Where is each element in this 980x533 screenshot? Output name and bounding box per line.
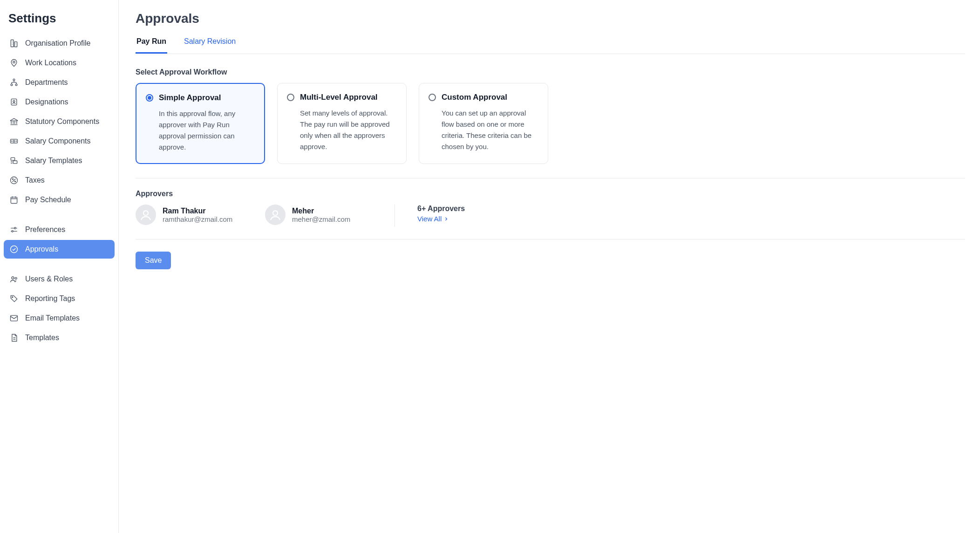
- workflow-option-title: Custom Approval: [442, 93, 507, 102]
- view-all-approvers-link[interactable]: View All: [417, 215, 465, 223]
- svg-point-23: [143, 211, 148, 215]
- tab-salary-revision[interactable]: Salary Revision: [183, 34, 237, 54]
- divider: [136, 178, 965, 178]
- svg-point-13: [13, 179, 14, 180]
- svg-point-9: [13, 140, 15, 142]
- sidebar-item-label: Users & Roles: [25, 275, 73, 283]
- sidebar-item-label: Reporting Tags: [25, 294, 75, 303]
- workflow-option-multi-level[interactable]: Multi-Level Approval Set many levels of …: [277, 83, 407, 164]
- chevron-right-icon: [443, 216, 449, 222]
- sidebar-item-label: Designations: [25, 98, 68, 106]
- sidebar-item-label: Organisation Profile: [25, 39, 91, 48]
- settings-sidebar: Settings Organisation Profile Work Locat…: [0, 0, 119, 533]
- sliders-icon: [9, 225, 19, 234]
- sidebar-item-users-roles[interactable]: Users & Roles: [4, 270, 115, 288]
- main-content: Approvals Pay Run Salary Revision Select…: [119, 0, 980, 533]
- sidebar-item-label: Pay Schedule: [25, 196, 71, 204]
- approvers-row: Ram Thakur ramthakur@zmail.com Meher meh…: [136, 205, 965, 227]
- sidebar-item-label: Preferences: [25, 226, 65, 234]
- svg-point-7: [13, 100, 15, 102]
- sidebar-item-label: Departments: [25, 78, 68, 87]
- workflow-section-label: Select Approval Workflow: [136, 68, 965, 76]
- tag-icon: [9, 294, 19, 303]
- svg-point-21: [12, 297, 13, 298]
- sidebar-item-departments[interactable]: Departments: [4, 73, 115, 92]
- tab-label: Pay Run: [136, 37, 166, 45]
- workflow-options: Simple Approval In this approval flow, a…: [136, 83, 965, 164]
- sidebar-item-label: Salary Templates: [25, 157, 82, 165]
- mail-icon: [9, 314, 19, 323]
- approver-name: Ram Thakur: [163, 207, 232, 215]
- tab-label: Salary Revision: [184, 37, 236, 45]
- calendar-icon: [9, 195, 19, 205]
- svg-point-19: [12, 277, 14, 279]
- page-title: Approvals: [136, 11, 965, 26]
- percent-circle-icon: [9, 176, 19, 185]
- org-tree-icon: [9, 78, 19, 87]
- vertical-divider: [395, 205, 395, 227]
- approvers-more-count: 6+ Approvers: [417, 205, 465, 213]
- svg-point-3: [13, 79, 15, 81]
- sidebar-item-email-templates[interactable]: Email Templates: [4, 309, 115, 328]
- building-icon: [9, 39, 19, 48]
- approver-name: Meher: [292, 207, 350, 215]
- sidebar-item-salary-templates[interactable]: Salary Templates: [4, 151, 115, 170]
- sidebar-item-label: Statutory Components: [25, 117, 99, 126]
- radio-icon: [429, 94, 436, 101]
- svg-point-4: [11, 84, 13, 86]
- svg-rect-15: [11, 197, 17, 203]
- svg-point-18: [11, 246, 18, 253]
- sidebar-item-label: Email Templates: [25, 314, 80, 322]
- svg-rect-1: [14, 42, 17, 47]
- sidebar-item-taxes[interactable]: Taxes: [4, 171, 115, 190]
- sidebar-item-salary-components[interactable]: Salary Components: [4, 132, 115, 150]
- svg-rect-0: [11, 40, 14, 47]
- sidebar-item-approvals[interactable]: Approvals: [4, 240, 115, 259]
- sidebar-item-statutory-components[interactable]: Statutory Components: [4, 112, 115, 131]
- sidebar-item-label: Work Locations: [25, 59, 76, 67]
- save-button[interactable]: Save: [136, 252, 171, 269]
- svg-rect-10: [11, 157, 14, 160]
- sidebar-item-organisation-profile[interactable]: Organisation Profile: [4, 34, 115, 53]
- avatar-icon: [136, 205, 156, 225]
- sidebar-item-work-locations[interactable]: Work Locations: [4, 54, 115, 72]
- sidebar-item-pay-schedule[interactable]: Pay Schedule: [4, 191, 115, 209]
- file-text-icon: [9, 333, 19, 342]
- approval-tabs: Pay Run Salary Revision: [136, 34, 965, 54]
- workflow-option-title: Multi-Level Approval: [300, 93, 378, 102]
- workflow-option-simple[interactable]: Simple Approval In this approval flow, a…: [136, 83, 265, 164]
- location-pin-icon: [9, 58, 19, 68]
- svg-point-24: [273, 211, 278, 215]
- approver-item: Meher meher@zmail.com: [265, 205, 372, 225]
- svg-point-14: [15, 181, 16, 182]
- users-icon: [9, 274, 19, 284]
- sidebar-item-label: Taxes: [25, 176, 45, 184]
- approver-email: ramthakur@zmail.com: [163, 215, 232, 223]
- sidebar-item-preferences[interactable]: Preferences: [4, 220, 115, 239]
- sidebar-item-templates[interactable]: Templates: [4, 328, 115, 347]
- sidebar-title: Settings: [4, 11, 115, 34]
- save-button-label: Save: [145, 256, 162, 264]
- workflow-option-desc: You can set up an approval flow based on…: [429, 108, 538, 152]
- id-badge-icon: [9, 97, 19, 107]
- view-all-label: View All: [417, 215, 442, 223]
- workflow-option-desc: In this approval flow, any approver with…: [146, 108, 255, 153]
- svg-rect-11: [13, 161, 17, 164]
- svg-point-2: [13, 61, 15, 63]
- sidebar-item-reporting-tags[interactable]: Reporting Tags: [4, 289, 115, 308]
- approvers-section-label: Approvers: [136, 190, 965, 198]
- sidebar-item-label: Salary Components: [25, 137, 91, 145]
- svg-point-20: [15, 277, 17, 279]
- svg-point-5: [15, 84, 17, 86]
- sidebar-item-designations[interactable]: Designations: [4, 93, 115, 111]
- tab-pay-run[interactable]: Pay Run: [136, 34, 167, 54]
- approver-email: meher@zmail.com: [292, 215, 350, 223]
- avatar-icon: [265, 205, 286, 225]
- cash-icon: [9, 137, 19, 146]
- divider: [136, 239, 965, 239]
- check-circle-icon: [9, 245, 19, 254]
- workflow-option-title: Simple Approval: [159, 93, 221, 102]
- radio-icon: [146, 94, 153, 102]
- radio-icon: [287, 94, 294, 101]
- workflow-option-custom[interactable]: Custom Approval You can set up an approv…: [419, 83, 548, 164]
